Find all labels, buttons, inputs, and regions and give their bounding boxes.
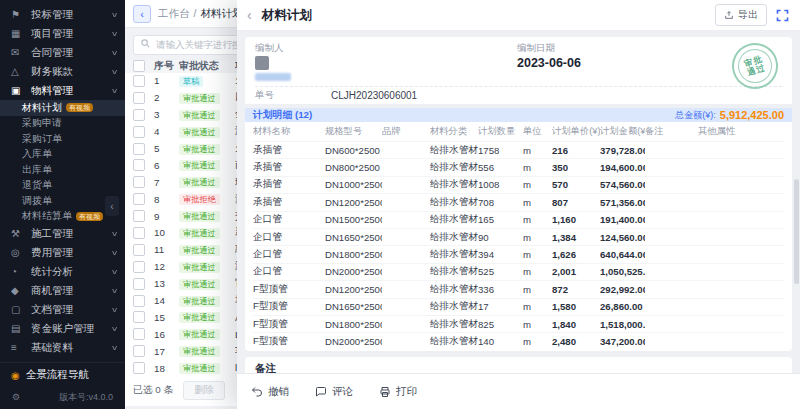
row-checkbox[interactable] (133, 261, 145, 273)
row-checkbox[interactable] (133, 328, 145, 340)
scrollbar-thumb[interactable] (794, 179, 799, 284)
row-checkbox[interactable] (133, 126, 145, 138)
row-checkbox[interactable] (133, 143, 145, 155)
detail-drawer: ‹ 材料计划 导出 编制人 编制日期 2023-06- (237, 0, 800, 409)
sidebar-subitem-purchase-order[interactable]: 采购订单 (0, 131, 125, 147)
sidebar-item-material[interactable]: ▣ 物料管理 ∨ (0, 81, 125, 100)
drawer-footer: 撤销 评论 打印 (237, 373, 800, 409)
table-row: 企口管 DN1500*2500 给排水管材 165 m 1,160 191,40… (253, 211, 784, 228)
cell-category: 给排水管材 (430, 178, 478, 191)
row-number: 1 (154, 75, 179, 86)
cell-qty: 825 (478, 319, 523, 330)
cell-price: 1,580 (552, 301, 600, 312)
finance-icon: △ (11, 66, 26, 77)
row-checkbox[interactable] (133, 244, 145, 256)
cell-spec: DN1800*2500 (325, 319, 382, 330)
row-checkbox[interactable] (133, 295, 145, 307)
row-checkbox[interactable] (133, 345, 145, 357)
row-number: 12 (154, 261, 179, 272)
table-row: F型顶管 DN2000*2500 给排水管材 140 m 2,480 347,2… (253, 332, 784, 349)
print-button[interactable]: 打印 (379, 385, 417, 399)
col-status: 审批状态 (179, 59, 235, 73)
sidebar-item-construction[interactable]: ⚒ 施工管理 ∨ (0, 224, 125, 243)
drawer-back-button[interactable]: ‹ (247, 7, 252, 23)
fullscreen-icon[interactable] (775, 8, 790, 23)
export-button[interactable]: 导出 (715, 4, 767, 26)
cell-name: 承插管 (253, 144, 325, 157)
status-badge: 审批通过 (179, 228, 220, 239)
sidebar-collapse-handle[interactable]: ‹ (105, 196, 119, 216)
contract-icon: ✉ (11, 47, 26, 58)
sidebar-item-documents[interactable]: ▢ 文档管理 ∨ (0, 300, 125, 319)
status-badge: 审批通过 (179, 245, 220, 256)
sidebar-item-business[interactable]: ◆ 商机管理 ∨ (0, 281, 125, 300)
row-checkbox[interactable] (133, 159, 145, 171)
select-all-checkbox[interactable] (133, 60, 145, 72)
video-badge: 有视频 (66, 103, 93, 112)
status-badge: 审批通过 (179, 262, 220, 273)
cell-qty: 336 (478, 284, 523, 295)
construction-icon: ⚒ (11, 228, 26, 239)
total-amount-label: 总金额(¥): (675, 109, 716, 122)
panorama-nav-button[interactable]: ◉ 全景流程导航 (0, 363, 125, 387)
cell-name: F型顶管 (253, 335, 325, 348)
table-row: 承插管 DN800*2500 给排水管材 556 m 350 194,600.0… (253, 158, 784, 175)
row-checkbox[interactable] (133, 75, 145, 87)
row-checkbox[interactable] (133, 92, 145, 104)
sidebar-item-bidding[interactable]: ⚑ 投标管理 ∨ (0, 5, 125, 24)
cell-price: 1,160 (552, 214, 600, 225)
row-number: 13 (154, 278, 179, 289)
sidebar-item-finance[interactable]: △ 财务账款 ∨ (0, 62, 125, 81)
status-badge: 审批通过 (179, 211, 220, 222)
row-checkbox[interactable] (133, 109, 145, 121)
funds-account-icon: ▤ (11, 323, 26, 334)
chevron-down-icon: ∨ (111, 325, 119, 333)
status-badge: 审批通过 (179, 329, 220, 340)
chevron-down-icon: ∨ (111, 344, 119, 352)
cell-category: 给排水管材 (430, 265, 478, 278)
back-button[interactable]: ‹ (133, 5, 151, 23)
row-number: 15 (154, 312, 179, 323)
row-checkbox[interactable] (133, 362, 145, 374)
sidebar-item-statistics[interactable]: ◔ 统计分析 ∨ (0, 262, 125, 281)
cell-category: 给排水管材 (430, 213, 478, 226)
cell-qty: 140 (478, 336, 523, 347)
sidebar-item-project[interactable]: ▦ 项目管理 ∨ (0, 24, 125, 43)
row-checkbox[interactable] (133, 176, 145, 188)
sidebar-item-contract[interactable]: ✉ 合同管理 ∨ (0, 43, 125, 62)
row-checkbox[interactable] (133, 210, 145, 222)
sidebar-item-expense[interactable]: ◎ 费用管理 ∨ (0, 243, 125, 262)
export-icon (724, 10, 734, 20)
row-checkbox[interactable] (133, 193, 145, 205)
sidebar-subitem-material-plan[interactable]: 材料计划 有视频 (0, 100, 125, 116)
breadcrumb-root[interactable]: 工作台 (158, 7, 190, 21)
delete-button[interactable]: 删除 (183, 381, 225, 400)
cell-amount: 574,560.00 (600, 179, 645, 190)
row-number: 3 (154, 109, 179, 120)
status-badge: 审批通过 (179, 144, 220, 155)
status-badge: 审批通过 (179, 110, 220, 121)
row-number: 17 (154, 346, 179, 357)
row-checkbox[interactable] (133, 278, 145, 290)
sidebar-subitem-purchase-request[interactable]: 采购申请 (0, 116, 125, 132)
version-row: ⚙ 版本号:v4.0.0 (0, 387, 125, 407)
status-badge: 审批通过 (179, 160, 220, 171)
comment-button[interactable]: 评论 (315, 385, 353, 399)
cell-price: 350 (552, 162, 600, 173)
sidebar-subitem-inbound[interactable]: 入库单 (0, 147, 125, 163)
sidebar-item-base-data[interactable]: ≡ 基础资料 ∨ (0, 338, 125, 357)
plan-detail-title: 计划明细 (12) (253, 109, 675, 122)
sidebar-subitem-outbound[interactable]: 出库单 (0, 162, 125, 178)
gear-icon[interactable]: ⚙ (12, 392, 20, 402)
cell-category: 给排水管材 (430, 231, 478, 244)
chevron-down-icon: ∨ (111, 230, 119, 238)
sidebar-item-funds[interactable]: ▤ 资金账户管理 ∨ (0, 319, 125, 338)
row-checkbox[interactable] (133, 227, 145, 239)
undo-button[interactable]: 撤销 (251, 385, 289, 399)
sidebar-subitem-return[interactable]: 退货单 (0, 178, 125, 194)
row-checkbox[interactable] (133, 311, 145, 323)
expense-icon: ◎ (11, 247, 26, 258)
cell-price: 872 (552, 284, 600, 295)
chevron-down-icon: ∨ (111, 249, 119, 257)
cell-name: 企口管 (253, 265, 325, 278)
